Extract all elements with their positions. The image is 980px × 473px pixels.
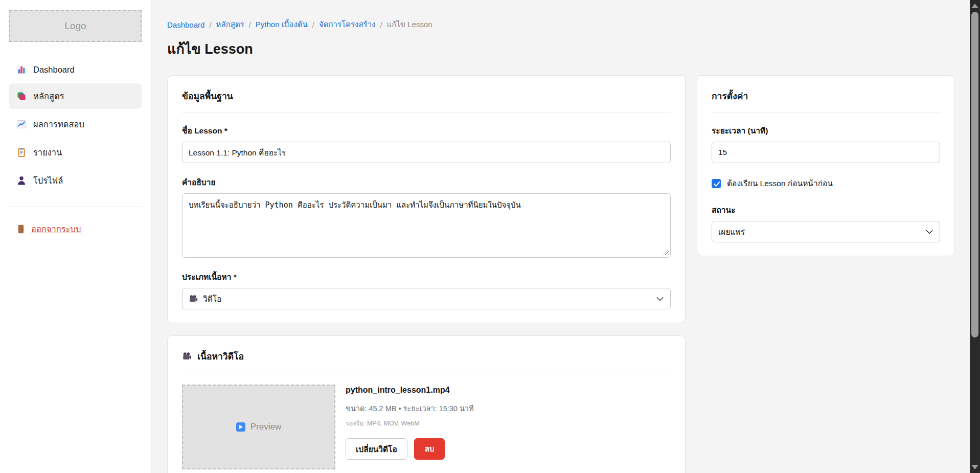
video-icon bbox=[189, 294, 198, 304]
card-divider bbox=[182, 373, 671, 373]
description-textarea[interactable]: บทเรียนนี้จะอธิบายว่า Python คืออะไร ประ… bbox=[182, 193, 671, 258]
status-label: สถานะ bbox=[712, 204, 940, 216]
sidebar-item-profile[interactable]: โปรไฟล์ bbox=[9, 168, 142, 193]
lesson-name-field: ชื่อ Lesson * bbox=[182, 124, 671, 163]
video-content-card: เนื้อหาวิดีโอ Preview python_intro_lesso… bbox=[167, 335, 686, 473]
logo-text: Logo bbox=[64, 20, 86, 32]
video-meta: ขนาด: 45.2 MB • ระยะเวลา: 15:30 นาที bbox=[346, 402, 474, 414]
status-value: เผยแพร่ bbox=[718, 226, 745, 238]
content-type-field: ประเภทเนื้อหา * วิดีโอ bbox=[182, 271, 671, 309]
duration-field: ระยะเวลา (นาที) bbox=[712, 124, 940, 163]
sidebar-item-label: หลักสูตร bbox=[33, 89, 64, 103]
profile-icon bbox=[16, 175, 27, 186]
logout-icon bbox=[16, 224, 26, 234]
breadcrumb-separator: / bbox=[380, 20, 382, 29]
sidebar-item-label: Dashboard bbox=[33, 65, 75, 75]
sidebar-item-reports[interactable]: รายงาน bbox=[9, 140, 142, 165]
video-card-title: เนื้อหาวิดีโอ bbox=[182, 349, 671, 364]
content-type-label: ประเภทเนื้อหา * bbox=[182, 271, 671, 283]
card-divider bbox=[712, 112, 940, 113]
breadcrumb-separator: / bbox=[209, 20, 211, 29]
logo-placeholder: Logo bbox=[9, 10, 142, 42]
sidebar-item-label: รายงาน bbox=[33, 146, 62, 159]
page-title: แก้ไข Lesson bbox=[167, 38, 955, 60]
video-icon bbox=[182, 351, 192, 362]
settings-title: การตั้งค่า bbox=[712, 89, 940, 103]
content-columns: ข้อมูลพื้นฐาน ชื่อ Lesson * คำอธิบาย บทเ… bbox=[167, 75, 955, 473]
breadcrumb-current: แก้ไข Lesson bbox=[387, 18, 432, 31]
video-filename: python_intro_lesson1.mp4 bbox=[346, 386, 474, 395]
video-info: python_intro_lesson1.mp4 ขนาด: 45.2 MB •… bbox=[346, 385, 474, 469]
lesson-name-input[interactable] bbox=[182, 142, 671, 163]
video-supported-formats: รองรับ: MP4, MOV, WebM bbox=[346, 418, 474, 429]
logout-label: ออกจากระบบ bbox=[31, 222, 81, 236]
prerequisite-checkbox-row: ต้องเรียน Lesson ก่อนหน้าก่อน bbox=[712, 177, 940, 190]
description-field: คำอธิบาย บทเรียนนี้จะอธิบายว่า Python คื… bbox=[182, 176, 671, 258]
change-video-button[interactable]: เปลี่ยนวิดีโอ bbox=[346, 438, 407, 460]
scrollbar-down-arrow[interactable] bbox=[971, 465, 978, 469]
chevron-down-icon bbox=[926, 227, 933, 234]
logout-link[interactable]: ออกจากระบบ bbox=[16, 222, 81, 236]
video-actions: เปลี่ยนวิดีโอ ลบ bbox=[346, 438, 474, 460]
video-preview[interactable]: Preview bbox=[182, 385, 335, 469]
lesson-name-label: ชื่อ Lesson * bbox=[182, 124, 671, 137]
delete-video-button[interactable]: ลบ bbox=[414, 438, 445, 460]
main-column: ข้อมูลพื้นฐาน ชื่อ Lesson * คำอธิบาย บทเ… bbox=[167, 75, 686, 473]
description-label: คำอธิบาย bbox=[182, 176, 671, 189]
sidebar-item-test-results[interactable]: ผลการทดสอบ bbox=[9, 111, 142, 137]
scrollbar-thumb[interactable] bbox=[971, 12, 978, 337]
content-type-select[interactable]: วิดีโอ bbox=[182, 288, 671, 309]
sidebar-menu: Dashboard หลักสูตร ผลการทดสอบ รายงาน โปร… bbox=[9, 58, 142, 193]
prerequisite-label: ต้องเรียน Lesson ก่อนหน้าก่อน bbox=[727, 177, 833, 190]
card-divider bbox=[182, 112, 671, 113]
duration-label: ระยะเวลา (นาที) bbox=[712, 124, 940, 137]
sidebar-divider bbox=[9, 207, 142, 207]
basic-info-card: ข้อมูลพื้นฐาน ชื่อ Lesson * คำอธิบาย บทเ… bbox=[167, 75, 686, 323]
sidebar-item-dashboard[interactable]: Dashboard bbox=[9, 58, 142, 81]
sidebar-item-label: ผลการทดสอบ bbox=[33, 118, 84, 131]
test-results-icon bbox=[16, 119, 27, 129]
chevron-down-icon bbox=[656, 294, 664, 301]
play-icon bbox=[236, 422, 245, 432]
scrollbar-track[interactable] bbox=[970, 0, 980, 473]
breadcrumb-link-courses[interactable]: หลักสูตร bbox=[216, 18, 244, 31]
content-type-value: วิดีโอ bbox=[203, 292, 221, 305]
status-select[interactable]: เผยแพร่ bbox=[712, 221, 940, 242]
courses-icon bbox=[16, 91, 27, 101]
breadcrumb-separator: / bbox=[312, 20, 314, 29]
video-card-title-text: เนื้อหาวิดีโอ bbox=[197, 349, 244, 364]
breadcrumb-link-course[interactable]: Python เบื้องต้น bbox=[256, 18, 308, 31]
video-preview-label: Preview bbox=[250, 422, 281, 432]
description-textarea-wrap: บทเรียนนี้จะอธิบายว่า Python คืออะไร ประ… bbox=[182, 193, 671, 258]
breadcrumb-link-dashboard[interactable]: Dashboard bbox=[167, 20, 204, 29]
reports-icon bbox=[16, 147, 27, 157]
sidebar: Logo Dashboard หลักสูตร ผลการทดสอบ รายงา… bbox=[0, 0, 151, 473]
sidebar-item-label: โปรไฟล์ bbox=[33, 174, 63, 187]
status-field: สถานะ เผยแพร่ bbox=[712, 204, 940, 242]
breadcrumb-separator: / bbox=[249, 20, 251, 29]
main-content: Dashboard / หลักสูตร / Python เบื้องต้น … bbox=[151, 0, 980, 473]
settings-card: การตั้งค่า ระยะเวลา (นาที) ต้องเรียน Les… bbox=[697, 75, 955, 256]
basic-info-title: ข้อมูลพื้นฐาน bbox=[182, 89, 671, 103]
duration-input[interactable] bbox=[712, 142, 940, 163]
scrollbar-up-arrow[interactable] bbox=[971, 4, 978, 8]
sidebar-item-courses[interactable]: หลักสูตร bbox=[9, 83, 142, 109]
prerequisite-checkbox[interactable] bbox=[712, 179, 721, 188]
dashboard-icon bbox=[16, 64, 27, 75]
video-row: Preview python_intro_lesson1.mp4 ขนาด: 4… bbox=[182, 385, 671, 469]
breadcrumb-link-structure[interactable]: จัดการโครงสร้าง bbox=[319, 18, 376, 31]
breadcrumb: Dashboard / หลักสูตร / Python เบื้องต้น … bbox=[167, 18, 955, 31]
side-column: การตั้งค่า ระยะเวลา (นาที) ต้องเรียน Les… bbox=[697, 75, 955, 256]
